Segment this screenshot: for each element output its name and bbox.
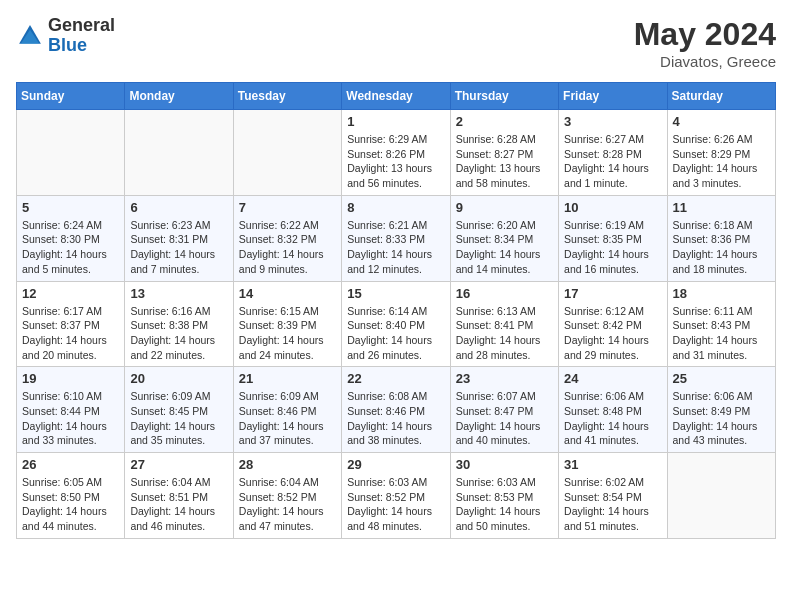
calendar-week-row: 26Sunrise: 6:05 AMSunset: 8:50 PMDayligh… [17,453,776,539]
day-number: 21 [239,371,336,386]
day-number: 15 [347,286,444,301]
calendar-cell: 31Sunrise: 6:02 AMSunset: 8:54 PMDayligh… [559,453,667,539]
day-info: Sunrise: 6:13 AMSunset: 8:41 PMDaylight:… [456,304,553,363]
calendar-cell: 17Sunrise: 6:12 AMSunset: 8:42 PMDayligh… [559,281,667,367]
day-info: Sunrise: 6:12 AMSunset: 8:42 PMDaylight:… [564,304,661,363]
day-number: 18 [673,286,770,301]
calendar-week-row: 5Sunrise: 6:24 AMSunset: 8:30 PMDaylight… [17,195,776,281]
day-number: 4 [673,114,770,129]
location: Diavatos, Greece [634,53,776,70]
calendar-cell: 28Sunrise: 6:04 AMSunset: 8:52 PMDayligh… [233,453,341,539]
day-number: 25 [673,371,770,386]
calendar-cell: 9Sunrise: 6:20 AMSunset: 8:34 PMDaylight… [450,195,558,281]
month-year: May 2024 [634,16,776,53]
calendar-cell [17,110,125,196]
day-number: 6 [130,200,227,215]
day-info: Sunrise: 6:08 AMSunset: 8:46 PMDaylight:… [347,389,444,448]
day-number: 24 [564,371,661,386]
day-number: 8 [347,200,444,215]
day-info: Sunrise: 6:03 AMSunset: 8:52 PMDaylight:… [347,475,444,534]
logo: General Blue [16,16,115,56]
calendar-cell: 29Sunrise: 6:03 AMSunset: 8:52 PMDayligh… [342,453,450,539]
calendar-cell [233,110,341,196]
calendar-cell: 12Sunrise: 6:17 AMSunset: 8:37 PMDayligh… [17,281,125,367]
day-info: Sunrise: 6:26 AMSunset: 8:29 PMDaylight:… [673,132,770,191]
day-info: Sunrise: 6:15 AMSunset: 8:39 PMDaylight:… [239,304,336,363]
day-number: 20 [130,371,227,386]
calendar-cell: 18Sunrise: 6:11 AMSunset: 8:43 PMDayligh… [667,281,775,367]
day-info: Sunrise: 6:21 AMSunset: 8:33 PMDaylight:… [347,218,444,277]
day-of-week-header: Wednesday [342,83,450,110]
day-of-week-header: Thursday [450,83,558,110]
day-info: Sunrise: 6:23 AMSunset: 8:31 PMDaylight:… [130,218,227,277]
day-number: 23 [456,371,553,386]
calendar-cell [125,110,233,196]
day-number: 13 [130,286,227,301]
day-number: 17 [564,286,661,301]
calendar-cell: 6Sunrise: 6:23 AMSunset: 8:31 PMDaylight… [125,195,233,281]
day-info: Sunrise: 6:02 AMSunset: 8:54 PMDaylight:… [564,475,661,534]
day-info: Sunrise: 6:04 AMSunset: 8:52 PMDaylight:… [239,475,336,534]
day-of-week-header: Friday [559,83,667,110]
day-info: Sunrise: 6:04 AMSunset: 8:51 PMDaylight:… [130,475,227,534]
day-info: Sunrise: 6:22 AMSunset: 8:32 PMDaylight:… [239,218,336,277]
calendar-cell: 16Sunrise: 6:13 AMSunset: 8:41 PMDayligh… [450,281,558,367]
day-number: 3 [564,114,661,129]
day-info: Sunrise: 6:14 AMSunset: 8:40 PMDaylight:… [347,304,444,363]
calendar-cell: 26Sunrise: 6:05 AMSunset: 8:50 PMDayligh… [17,453,125,539]
day-info: Sunrise: 6:27 AMSunset: 8:28 PMDaylight:… [564,132,661,191]
calendar-cell: 13Sunrise: 6:16 AMSunset: 8:38 PMDayligh… [125,281,233,367]
calendar-cell: 2Sunrise: 6:28 AMSunset: 8:27 PMDaylight… [450,110,558,196]
calendar-cell: 15Sunrise: 6:14 AMSunset: 8:40 PMDayligh… [342,281,450,367]
header-row: SundayMondayTuesdayWednesdayThursdayFrid… [17,83,776,110]
day-info: Sunrise: 6:06 AMSunset: 8:48 PMDaylight:… [564,389,661,448]
calendar-cell: 7Sunrise: 6:22 AMSunset: 8:32 PMDaylight… [233,195,341,281]
day-info: Sunrise: 6:11 AMSunset: 8:43 PMDaylight:… [673,304,770,363]
day-of-week-header: Sunday [17,83,125,110]
calendar-cell: 1Sunrise: 6:29 AMSunset: 8:26 PMDaylight… [342,110,450,196]
day-number: 2 [456,114,553,129]
day-number: 7 [239,200,336,215]
logo-text: General Blue [48,16,115,56]
day-info: Sunrise: 6:18 AMSunset: 8:36 PMDaylight:… [673,218,770,277]
day-number: 26 [22,457,119,472]
day-of-week-header: Tuesday [233,83,341,110]
calendar-cell [667,453,775,539]
day-info: Sunrise: 6:09 AMSunset: 8:45 PMDaylight:… [130,389,227,448]
calendar-cell: 20Sunrise: 6:09 AMSunset: 8:45 PMDayligh… [125,367,233,453]
day-number: 16 [456,286,553,301]
day-number: 10 [564,200,661,215]
calendar-cell: 8Sunrise: 6:21 AMSunset: 8:33 PMDaylight… [342,195,450,281]
calendar-header: SundayMondayTuesdayWednesdayThursdayFrid… [17,83,776,110]
day-info: Sunrise: 6:07 AMSunset: 8:47 PMDaylight:… [456,389,553,448]
day-number: 9 [456,200,553,215]
calendar-cell: 4Sunrise: 6:26 AMSunset: 8:29 PMDaylight… [667,110,775,196]
day-number: 22 [347,371,444,386]
day-info: Sunrise: 6:29 AMSunset: 8:26 PMDaylight:… [347,132,444,191]
day-number: 31 [564,457,661,472]
calendar-cell: 5Sunrise: 6:24 AMSunset: 8:30 PMDaylight… [17,195,125,281]
day-info: Sunrise: 6:09 AMSunset: 8:46 PMDaylight:… [239,389,336,448]
day-number: 12 [22,286,119,301]
calendar-cell: 27Sunrise: 6:04 AMSunset: 8:51 PMDayligh… [125,453,233,539]
day-info: Sunrise: 6:20 AMSunset: 8:34 PMDaylight:… [456,218,553,277]
calendar-cell: 30Sunrise: 6:03 AMSunset: 8:53 PMDayligh… [450,453,558,539]
day-number: 14 [239,286,336,301]
day-info: Sunrise: 6:16 AMSunset: 8:38 PMDaylight:… [130,304,227,363]
day-info: Sunrise: 6:19 AMSunset: 8:35 PMDaylight:… [564,218,661,277]
calendar-cell: 3Sunrise: 6:27 AMSunset: 8:28 PMDaylight… [559,110,667,196]
day-info: Sunrise: 6:28 AMSunset: 8:27 PMDaylight:… [456,132,553,191]
calendar: SundayMondayTuesdayWednesdayThursdayFrid… [16,82,776,539]
day-info: Sunrise: 6:10 AMSunset: 8:44 PMDaylight:… [22,389,119,448]
day-info: Sunrise: 6:06 AMSunset: 8:49 PMDaylight:… [673,389,770,448]
calendar-cell: 25Sunrise: 6:06 AMSunset: 8:49 PMDayligh… [667,367,775,453]
day-number: 5 [22,200,119,215]
calendar-cell: 19Sunrise: 6:10 AMSunset: 8:44 PMDayligh… [17,367,125,453]
day-number: 29 [347,457,444,472]
logo-icon [16,22,44,50]
day-of-week-header: Monday [125,83,233,110]
day-info: Sunrise: 6:03 AMSunset: 8:53 PMDaylight:… [456,475,553,534]
calendar-week-row: 12Sunrise: 6:17 AMSunset: 8:37 PMDayligh… [17,281,776,367]
calendar-week-row: 19Sunrise: 6:10 AMSunset: 8:44 PMDayligh… [17,367,776,453]
calendar-week-row: 1Sunrise: 6:29 AMSunset: 8:26 PMDaylight… [17,110,776,196]
